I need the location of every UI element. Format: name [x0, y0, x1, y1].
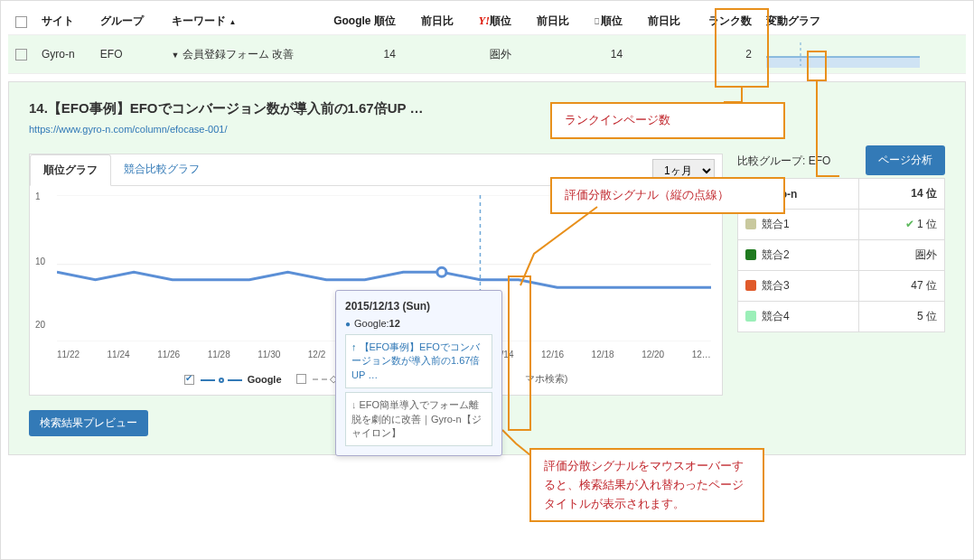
callout-hover: 評価分散シグナルをマウスオーバーすると、検索結果が入れ替わったページタイトルが表…	[529, 448, 764, 522]
tab-compare-graph[interactable]: 競合比較グラフ	[111, 154, 212, 185]
tooltip-page-up: ↑【EFO事例】EFOでコンバージョン数が導入前の1.67倍UP …	[345, 334, 492, 388]
tooltip-source: Google:12	[345, 318, 492, 329]
legend-yahoo-checkbox[interactable]	[296, 374, 306, 384]
callout-signal: 評価分散シグナル（縦の点線）	[550, 177, 785, 214]
select-all-checkbox[interactable]	[15, 16, 27, 28]
cell-google-rank: 14	[309, 35, 403, 74]
row-checkbox[interactable]	[15, 49, 27, 61]
col-site[interactable]: サイト	[34, 8, 93, 35]
col-rank-in[interactable]: ランク数	[688, 8, 759, 35]
legend-google-checkbox[interactable]	[184, 375, 194, 385]
tooltip-page-down: ↓EFO簡単導入でフォーム離脱を劇的に改善｜Gyro-n【ジャイロン】	[345, 392, 492, 446]
svg-point-5	[437, 267, 446, 276]
compare-row[interactable]: 競合2圏外	[738, 240, 945, 271]
mobile-icon	[594, 14, 601, 27]
col-google-diff[interactable]: 前日比	[403, 8, 461, 35]
compare-row[interactable]: 競合347 位	[738, 271, 945, 302]
cell-keyword: 会員登録フォーム 改善	[164, 35, 309, 74]
col-google-rank[interactable]: Google 順位	[309, 8, 403, 35]
cell-mobile-rank: 14	[576, 35, 630, 74]
cell-yahoo-rank: 圏外	[461, 35, 519, 74]
cell-spark	[759, 35, 966, 74]
cell-rank-in: 2	[688, 35, 759, 74]
col-yahoo-diff[interactable]: 前日比	[519, 8, 576, 35]
rank-table: サイト グループ キーワード Google 順位 前日比 Y!順位 前日比 順位…	[8, 8, 966, 74]
page-url[interactable]: https://www.gyro-n.com/column/efocase-00…	[29, 124, 227, 135]
col-group[interactable]: グループ	[93, 8, 164, 35]
chart-tooltip: 2015/12/13 (Sun) Google:12 ↑【EFO事例】EFOでコ…	[335, 290, 502, 456]
page-analysis-button[interactable]: ページ分析	[866, 145, 945, 175]
tab-rank-graph[interactable]: 順位グラフ	[30, 154, 111, 186]
cell-group: EFO	[93, 35, 164, 74]
serp-preview-button[interactable]: 検索結果プレビュー	[29, 410, 148, 436]
compare-row[interactable]: 競合45 位	[738, 302, 945, 332]
page-title: 14.【EFO事例】EFOでコンバージョン数が導入前の1.67倍UP …	[29, 100, 945, 117]
tooltip-date: 2015/12/13 (Sun)	[345, 300, 492, 313]
callout-rankin: ランクインページ数	[550, 102, 785, 139]
cell-site: Gyro-n	[34, 35, 93, 74]
table-row[interactable]: Gyro-n EFO 会員登録フォーム 改善 14 圏外 14 2	[8, 35, 966, 74]
col-mobile-rank[interactable]: 順位	[576, 8, 630, 35]
col-spark[interactable]: 変動グラフ	[759, 8, 966, 35]
col-keyword[interactable]: キーワード	[164, 8, 309, 35]
col-yahoo-rank[interactable]: Y!順位	[461, 8, 519, 35]
col-mobile-diff[interactable]: 前日比	[630, 8, 688, 35]
